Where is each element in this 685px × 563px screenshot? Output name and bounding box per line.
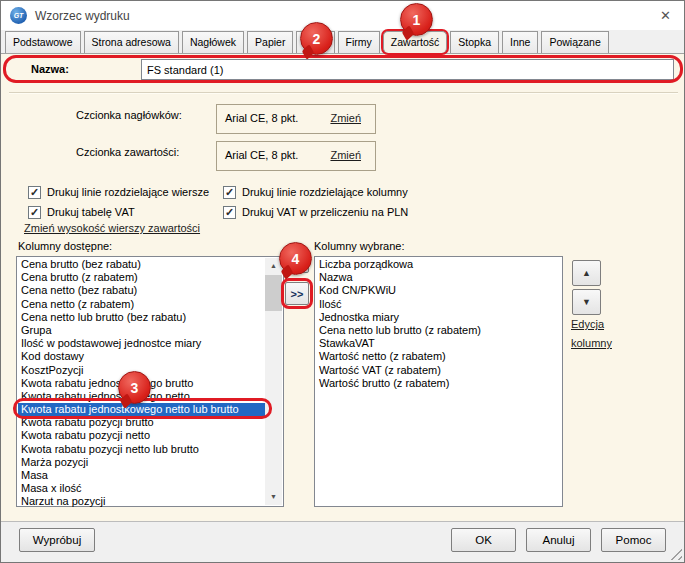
list-item[interactable]: Cena netto lub brutto (bez rabatu): [18, 311, 266, 324]
list-item[interactable]: Wartość netto (z rabatem): [316, 350, 561, 363]
tab-7[interactable]: Stopka: [450, 31, 499, 53]
checkbox-label: Drukuj linie rozdzielające wiersze: [47, 186, 209, 198]
scroll-down-icon[interactable]: ▼: [265, 489, 282, 505]
checkbox-checked-icon[interactable]: ✓: [28, 186, 41, 199]
try-button[interactable]: Wypróbuj: [19, 528, 95, 552]
list-item[interactable]: Grupa: [18, 324, 266, 337]
list-item[interactable]: StawkaVAT: [316, 337, 561, 350]
tab-0[interactable]: Podstawowe: [5, 31, 81, 53]
list-item[interactable]: Liczba porządkowa: [316, 258, 561, 271]
checkbox-label: Drukuj linie rozdzielające kolumny: [242, 186, 408, 198]
tab-5[interactable]: Firmy: [338, 31, 380, 53]
name-input[interactable]: [141, 59, 674, 80]
chosen-items: Liczba porządkowaNazwaKod CN/PKWiUIlośćJ…: [316, 258, 561, 505]
content-font-change-link[interactable]: Zmień: [330, 149, 361, 161]
list-item[interactable]: Kod CN/PKWiU: [316, 284, 561, 297]
list-item[interactable]: Cena netto (bez rabatu): [18, 284, 266, 297]
badge-number: 2: [313, 31, 321, 47]
content-font-label: Czcionka zawartości:: [76, 146, 179, 158]
list-item[interactable]: Cena brutto (z rabatem): [18, 271, 266, 284]
edit-column-link-line2[interactable]: kolumny: [571, 337, 612, 349]
list-item[interactable]: Cena brutto (bez rabatu): [18, 258, 266, 271]
checkbox[interactable]: ✓Drukuj linie rozdzielające wiersze: [28, 184, 228, 204]
tab-1[interactable]: Strona adresowa: [84, 31, 179, 53]
tab-9[interactable]: Powiązane: [541, 31, 608, 53]
tab-8[interactable]: Inne: [502, 31, 538, 53]
help-button[interactable]: Pomoc: [601, 528, 666, 552]
badge-number: 1: [413, 12, 421, 28]
list-item[interactable]: Kwota rabatu pozycji netto: [18, 429, 266, 442]
checkbox[interactable]: ✓Drukuj VAT w przeliczeniu na PLN: [223, 204, 423, 224]
available-columns-label: Kolumny dostępne:: [18, 240, 112, 252]
ok-button[interactable]: OK: [451, 528, 516, 552]
header-font-change-link[interactable]: Zmień: [330, 112, 361, 124]
app-logo-icon: GT: [10, 7, 27, 24]
scrollbar-thumb[interactable]: [265, 275, 282, 311]
list-item[interactable]: Cena netto lub brutto (z rabatem): [316, 324, 561, 337]
chosen-columns-label: Kolumny wybrane:: [314, 240, 405, 252]
badge-number: 3: [131, 380, 139, 396]
name-label: Nazwa:: [31, 63, 69, 75]
tab-3[interactable]: Papier: [247, 31, 293, 53]
row-height-link[interactable]: Zmień wysokość wierszy zawartości: [24, 222, 200, 234]
content-font-box: Arial CE, 8 pkt. Zmień: [216, 141, 376, 171]
list-item[interactable]: Kwota rabatu jednostkowego netto lub bru…: [18, 403, 266, 416]
list-item[interactable]: Ilość: [316, 298, 561, 311]
checkbox-checked-icon[interactable]: ✓: [223, 206, 236, 219]
list-item[interactable]: Kwota rabatu pozycji netto lub brutto: [18, 443, 266, 456]
annotation-badge-1: 1: [400, 3, 433, 36]
resize-grip[interactable]: [670, 548, 682, 560]
header-font-value: Arial CE, 8 pkt.: [225, 112, 298, 124]
list-item[interactable]: Wartość VAT (z rabatem): [316, 364, 561, 377]
chosen-columns-list[interactable]: Liczba porządkowaNazwaKod CN/PKWiUIlośćJ…: [314, 256, 563, 507]
list-item[interactable]: Jednostka miary: [316, 311, 561, 324]
move-up-button[interactable]: ▲: [572, 260, 601, 286]
checkbox-column-left: ✓Drukuj linie rozdzielające wiersze✓Druk…: [28, 184, 228, 224]
list-item[interactable]: Kod dostawy: [18, 350, 266, 363]
move-down-button[interactable]: ▼: [572, 289, 601, 315]
checkbox-label: Drukuj tabelę VAT: [47, 206, 135, 218]
close-icon[interactable]: ✕: [660, 8, 671, 23]
list-item[interactable]: Marża pozycji: [18, 456, 266, 469]
annotation-badge-3: 3: [118, 371, 151, 404]
footer-bar: Wypróbuj OK Anuluj Pomoc: [1, 521, 684, 562]
list-item[interactable]: Masa x ilość: [18, 482, 266, 495]
window-title: Wzorzec wydruku: [35, 9, 130, 23]
title-bar: GT Wzorzec wydruku ✕: [1, 1, 684, 30]
badge-number: 4: [292, 251, 300, 267]
cancel-button[interactable]: Anuluj: [526, 528, 591, 552]
content-font-value: Arial CE, 8 pkt.: [225, 149, 298, 161]
checkbox[interactable]: ✓Drukuj linie rozdzielające kolumny: [223, 184, 423, 204]
tab-strip: PodstawoweStrona adresowaNagłówekPapierT…: [1, 30, 684, 54]
annotation-badge-4: 4: [279, 242, 312, 275]
list-item[interactable]: Wartość brutto (z rabatem): [316, 377, 561, 390]
checkbox[interactable]: ✓Drukuj tabelę VAT: [28, 204, 228, 224]
move-right-button[interactable]: >>: [285, 282, 309, 305]
list-item[interactable]: Nazwa: [316, 271, 561, 284]
list-item[interactable]: Narzut na pozycji: [18, 495, 266, 508]
separator: [9, 92, 678, 94]
header-font-box: Arial CE, 8 pkt. Zmień: [216, 104, 376, 134]
list-item[interactable]: Kwota rabatu pozycji brutto: [18, 416, 266, 429]
checkbox-checked-icon[interactable]: ✓: [223, 186, 236, 199]
header-font-label: Czcionka nagłówków:: [76, 109, 182, 121]
edit-column-link-line1[interactable]: Edycja: [571, 318, 604, 330]
scrollbar[interactable]: ▲ ▼: [265, 258, 282, 505]
annotation-badge-2: 2: [300, 22, 333, 55]
list-item[interactable]: Cena netto (z rabatem): [18, 298, 266, 311]
checkbox-column-right: ✓Drukuj linie rozdzielające kolumny✓Druk…: [223, 184, 423, 224]
dialog-window: GT Wzorzec wydruku ✕ PodstawoweStrona ad…: [0, 0, 685, 563]
checkbox-checked-icon[interactable]: ✓: [28, 206, 41, 219]
checkbox-label: Drukuj VAT w przeliczeniu na PLN: [242, 206, 408, 218]
list-item[interactable]: Masa: [18, 469, 266, 482]
tab-2[interactable]: Nagłówek: [182, 31, 244, 53]
list-item[interactable]: Ilość w podstawowej jednostce miary: [18, 337, 266, 350]
